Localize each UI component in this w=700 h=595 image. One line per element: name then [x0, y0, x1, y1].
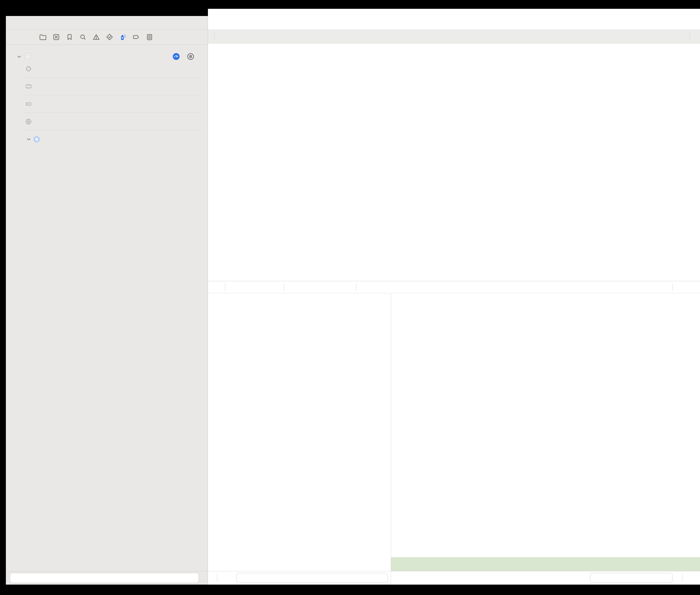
gauge-summary-icon[interactable] [172, 53, 180, 62]
variables-view-bottom-bar [208, 571, 391, 585]
jump-bar [208, 44, 700, 60]
cpu-icon [25, 65, 32, 73]
reports-icon[interactable] [145, 33, 153, 41]
simulate-location-button[interactable] [343, 283, 351, 291]
navigator-filter-input[interactable] [15, 574, 196, 582]
disk-icon [25, 100, 32, 108]
debug-bar [208, 281, 700, 293]
thread-icon [33, 136, 40, 143]
console-filter-input[interactable] [595, 574, 670, 582]
project-navigator-ic on[interactable] [39, 33, 47, 41]
navigator-icon-bar [6, 29, 208, 45]
editor-tab-bar [208, 29, 700, 44]
xcode-window: ›› [0, 0, 700, 595]
console-bottom-bar [391, 571, 700, 585]
console-output [391, 293, 700, 571]
bookmarks-icon[interactable] [65, 33, 74, 41]
memory-icon [25, 82, 32, 90]
disassembly-editor [208, 58, 700, 281]
navigator-filter-field[interactable] [10, 573, 199, 583]
gauge-row-memory[interactable] [6, 81, 208, 92]
app-icon [24, 53, 31, 60]
disassembly-symbol-line [208, 9, 700, 15]
disassembly-header-strip [208, 9, 700, 29]
step-over-button[interactable] [244, 283, 252, 291]
hide-debug-area-button[interactable] [212, 283, 220, 291]
step-into-button[interactable] [257, 283, 265, 291]
debug-icon[interactable] [119, 33, 127, 41]
debug-view-hierarchy-button[interactable] [289, 283, 298, 291]
process-row[interactable]: › [6, 51, 208, 62]
thread-row[interactable]: › [6, 133, 208, 145]
gauge-row-network[interactable] [6, 116, 208, 128]
override-toggles-button[interactable] [330, 283, 337, 291]
console-pane-toggle-icon[interactable] [678, 283, 686, 291]
debug-navigator: ›› [6, 16, 208, 585]
gauge-row-disk[interactable] [6, 98, 208, 110]
tests-icon[interactable] [106, 33, 114, 41]
network-icon [25, 118, 32, 125]
gauge-row-cpu[interactable] [6, 63, 208, 75]
threads-view-icon[interactable] [187, 53, 194, 62]
environment-overrides-button[interactable] [316, 283, 324, 291]
disclosure-icon[interactable]: › [15, 53, 24, 60]
breakpoints-icon[interactable] [132, 33, 140, 41]
navigator-filter-bar [6, 571, 208, 585]
source-control-icon[interactable] [52, 33, 60, 41]
variables-view [208, 293, 391, 571]
continue-button[interactable] [231, 283, 239, 291]
step-out-button[interactable] [271, 283, 279, 291]
issues-icon[interactable] [92, 33, 100, 41]
variables-filter-input[interactable] [242, 574, 385, 582]
lldb-prompt-row[interactable] [391, 557, 700, 571]
debug-memory-graph-button[interactable] [303, 283, 311, 291]
disclosure-icon[interactable]: › [25, 135, 34, 143]
find-icon[interactable] [79, 33, 87, 41]
console-filter-field[interactable] [590, 573, 673, 583]
variables-filter-field[interactable] [236, 573, 388, 583]
